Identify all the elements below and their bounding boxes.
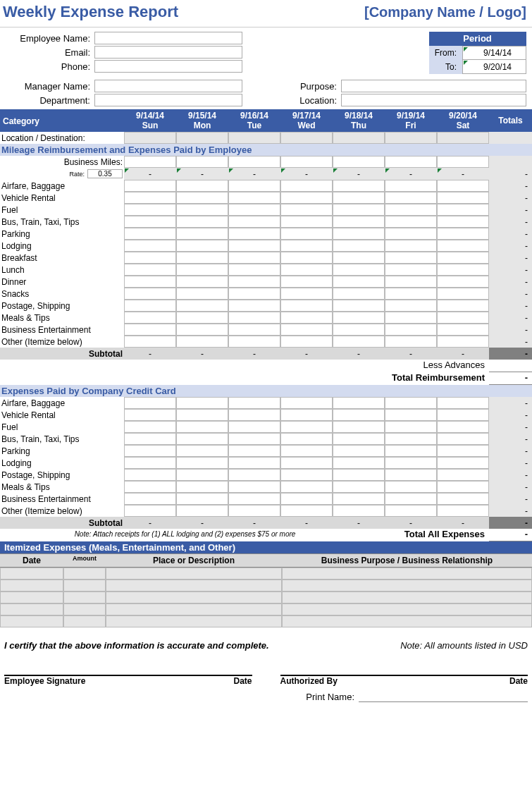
- section2-row-5-day-1[interactable]: [176, 457, 228, 469]
- section2-row-7-day-6[interactable]: [437, 481, 489, 493]
- section2-row-6-day-2[interactable]: [228, 469, 280, 481]
- section1-row-8-day-0[interactable]: [124, 276, 176, 288]
- section1-row-4-day-3[interactable]: [280, 228, 333, 240]
- section1-row-11-day-6[interactable]: [437, 312, 489, 324]
- section1-row-13-day-2[interactable]: [228, 336, 280, 348]
- section1-row-5-day-5[interactable]: [385, 240, 437, 252]
- itemized-row-2-col-1[interactable]: [63, 591, 106, 603]
- section1-row-4-day-2[interactable]: [228, 228, 280, 240]
- section1-row-13-day-5[interactable]: [385, 336, 437, 348]
- section1-row-6-day-6[interactable]: [437, 252, 489, 264]
- section1-row-9-day-2[interactable]: [228, 288, 280, 300]
- section1-row-10-day-5[interactable]: [385, 300, 437, 312]
- section2-row-9-day-4[interactable]: [333, 505, 385, 517]
- section1-row-2-day-3[interactable]: [280, 204, 333, 216]
- business-miles-day-0[interactable]: [124, 156, 176, 168]
- section1-row-10-day-3[interactable]: [280, 300, 333, 312]
- section2-row-6-day-0[interactable]: [124, 469, 176, 481]
- section2-row-8-day-0[interactable]: [124, 493, 176, 505]
- section1-row-12-day-5[interactable]: [385, 324, 437, 336]
- rate-input[interactable]: 0.35: [87, 169, 123, 178]
- section1-row-10-day-1[interactable]: [176, 300, 228, 312]
- itemized-row-0-col-1[interactable]: [63, 568, 106, 580]
- section1-row-11-day-5[interactable]: [385, 312, 437, 324]
- section1-row-2-day-1[interactable]: [176, 204, 228, 216]
- section1-row-0-day-4[interactable]: [333, 180, 385, 192]
- section2-row-2-day-0[interactable]: [124, 421, 176, 433]
- section2-row-9-day-1[interactable]: [176, 505, 228, 517]
- itemized-row-3-col-2[interactable]: [106, 603, 282, 615]
- section1-row-0-day-6[interactable]: [437, 180, 489, 192]
- location-destination-day-5[interactable]: [385, 132, 437, 144]
- section1-row-12-day-1[interactable]: [176, 324, 228, 336]
- section2-row-4-day-1[interactable]: [176, 445, 228, 457]
- business-miles-day-5[interactable]: [385, 156, 437, 168]
- less-advances-value[interactable]: [489, 360, 532, 372]
- section2-row-0-day-5[interactable]: [385, 397, 437, 409]
- location-destination-day-6[interactable]: [437, 132, 489, 144]
- section2-row-8-day-1[interactable]: [176, 493, 228, 505]
- section1-row-7-day-6[interactable]: [437, 264, 489, 276]
- section2-row-9-day-3[interactable]: [280, 505, 333, 517]
- business-miles-day-4[interactable]: [333, 156, 385, 168]
- section2-row-5-day-0[interactable]: [124, 457, 176, 469]
- section1-row-13-day-0[interactable]: [124, 336, 176, 348]
- section2-row-3-day-6[interactable]: [437, 433, 489, 445]
- section2-row-6-day-6[interactable]: [437, 469, 489, 481]
- section1-row-10-day-0[interactable]: [124, 300, 176, 312]
- section1-row-13-day-1[interactable]: [176, 336, 228, 348]
- section1-row-11-day-2[interactable]: [228, 312, 280, 324]
- section2-row-1-day-2[interactable]: [228, 409, 280, 421]
- section2-row-1-day-3[interactable]: [280, 409, 333, 421]
- section1-row-9-day-6[interactable]: [437, 288, 489, 300]
- section2-row-3-day-3[interactable]: [280, 433, 333, 445]
- section2-row-8-day-5[interactable]: [385, 493, 437, 505]
- section1-row-6-day-2[interactable]: [228, 252, 280, 264]
- location-destination-day-3[interactable]: [280, 132, 333, 144]
- section1-row-8-day-4[interactable]: [333, 276, 385, 288]
- section1-row-7-day-3[interactable]: [280, 264, 333, 276]
- section1-row-0-day-0[interactable]: [124, 180, 176, 192]
- section2-row-6-day-4[interactable]: [333, 469, 385, 481]
- section1-row-2-day-6[interactable]: [437, 204, 489, 216]
- section1-row-6-day-4[interactable]: [333, 252, 385, 264]
- phone-input[interactable]: [94, 60, 242, 73]
- section2-row-8-day-3[interactable]: [280, 493, 333, 505]
- itemized-row-4-col-2[interactable]: [106, 615, 282, 627]
- section1-row-6-day-3[interactable]: [280, 252, 333, 264]
- section1-row-0-day-5[interactable]: [385, 180, 437, 192]
- location-input[interactable]: [341, 94, 526, 106]
- business-miles-day-6[interactable]: [437, 156, 489, 168]
- location-destination-day-1[interactable]: [176, 132, 228, 144]
- section2-row-4-day-5[interactable]: [385, 445, 437, 457]
- section2-row-3-day-0[interactable]: [124, 433, 176, 445]
- section2-row-6-day-3[interactable]: [280, 469, 333, 481]
- section1-row-12-day-6[interactable]: [437, 324, 489, 336]
- section1-row-8-day-6[interactable]: [437, 276, 489, 288]
- section2-row-2-day-2[interactable]: [228, 421, 280, 433]
- section1-row-5-day-1[interactable]: [176, 240, 228, 252]
- section1-row-2-day-2[interactable]: [228, 204, 280, 216]
- section2-row-7-day-0[interactable]: [124, 481, 176, 493]
- section2-row-8-day-4[interactable]: [333, 493, 385, 505]
- section1-row-5-day-0[interactable]: [124, 240, 176, 252]
- section1-row-3-day-0[interactable]: [124, 216, 176, 228]
- section1-row-6-day-0[interactable]: [124, 252, 176, 264]
- itemized-row-3-col-0[interactable]: [0, 603, 63, 615]
- section2-row-3-day-1[interactable]: [176, 433, 228, 445]
- section1-row-9-day-4[interactable]: [333, 288, 385, 300]
- section1-row-11-day-4[interactable]: [333, 312, 385, 324]
- section2-row-4-day-4[interactable]: [333, 445, 385, 457]
- itemized-row-0-col-2[interactable]: [106, 568, 282, 580]
- section2-row-9-day-0[interactable]: [124, 505, 176, 517]
- section1-row-7-day-4[interactable]: [333, 264, 385, 276]
- section2-row-3-day-2[interactable]: [228, 433, 280, 445]
- section2-row-0-day-3[interactable]: [280, 397, 333, 409]
- itemized-row-3-col-1[interactable]: [63, 603, 106, 615]
- section1-row-8-day-1[interactable]: [176, 276, 228, 288]
- itemized-row-2-col-3[interactable]: [282, 591, 532, 603]
- business-miles-day-2[interactable]: [228, 156, 280, 168]
- section1-row-6-day-1[interactable]: [176, 252, 228, 264]
- section2-row-2-day-5[interactable]: [385, 421, 437, 433]
- section2-row-1-day-1[interactable]: [176, 409, 228, 421]
